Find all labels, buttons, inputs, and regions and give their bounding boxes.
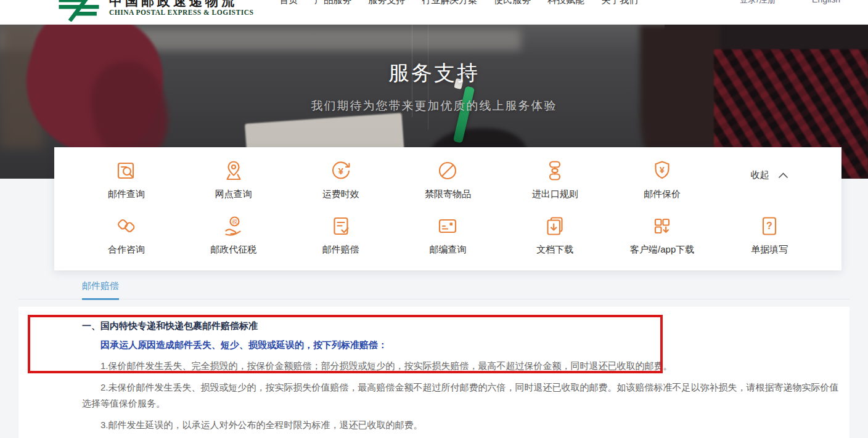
svg-text:?: ? [766, 221, 772, 231]
service-item-mail-search[interactable]: 邮件查询 [73, 158, 180, 200]
compensation-item-3: 3.邮件发生延误的，以承运人对外公布的全程时限为标准，退还已收取的邮费。 [82, 417, 840, 433]
service-item-cooperation[interactable]: 合作咨询 [73, 214, 180, 256]
service-item-label: 邮编查询 [429, 244, 466, 256]
shield-insurance-icon: ¥ [650, 158, 674, 183]
section-title: 一、国内特快专递和快递包裹邮件赔偿标准 [82, 320, 840, 331]
compensation-icon [329, 214, 353, 238]
service-item-label: 运费时效 [322, 189, 359, 200]
service-item-label: 文档下载 [536, 244, 573, 256]
service-item-label: 客户端/app下载 [630, 244, 694, 256]
nav-item-home[interactable]: 首页 [279, 0, 298, 5]
service-item-freight-time[interactable]: ¥ 运费时效 [287, 158, 395, 200]
compensation-item-2: 2.未保价邮件发生丢失、损毁或短少的，按实际损失价值赔偿，最高赔偿金额不超过所付… [82, 379, 840, 412]
tax-icon: 税 [221, 214, 246, 238]
services-panel: 收起 邮件查询 网点查询 ¥ 运费时效 禁限寄物品 [54, 147, 841, 270]
doc-download-icon [542, 214, 567, 238]
form-filling-icon: ? [757, 214, 782, 238]
service-item-form-filling[interactable]: ? 单据填写 [716, 214, 823, 256]
mail-search-icon [114, 158, 139, 183]
nav-item-products[interactable]: 产品服务 [314, 0, 351, 5]
main-nav: 首页产品服务服务支持行业解决方案便民服务科技赋能关于我们 [279, 0, 638, 5]
svg-text:税: 税 [232, 219, 237, 225]
service-item-postcode[interactable]: 邮编查询 [395, 214, 502, 256]
logo-title-cn: 中国邮政速递物流 [109, 0, 253, 8]
section-lead: 因承运人原因造成邮件丢失、短少、损毁或延误的，按下列标准赔偿： [82, 339, 840, 351]
nav-item-solutions[interactable]: 行业解决方案 [422, 0, 477, 5]
service-item-label: 单据填写 [751, 244, 788, 256]
chevron-up-icon [778, 170, 788, 181]
cooperation-icon [114, 214, 139, 238]
page-title: 服务支持 [0, 59, 868, 87]
location-pin-icon [221, 158, 246, 183]
collapse-button[interactable]: 收起 [716, 169, 823, 181]
main-area: 收起 邮件查询 网点查询 ¥ 运费时效 禁限寄物品 [0, 179, 868, 438]
service-item-label: 合作咨询 [108, 244, 145, 256]
logo-title-en: CHINA POSTAL EXPRESS & LOGISTICS [109, 8, 253, 17]
postcode-icon [435, 214, 460, 238]
service-item-tax[interactable]: 税 邮政代征税 [180, 214, 287, 256]
service-item-doc-download[interactable]: 文档下载 [501, 214, 608, 256]
service-item-label: 网点查询 [215, 189, 252, 200]
login-register-link[interactable]: 登录/注册 [739, 0, 776, 4]
nav-item-technology[interactable]: 科技赋能 [547, 0, 584, 5]
nav-item-about[interactable]: 关于我们 [601, 0, 638, 5]
services-row-2: 合作咨询 税 邮政代征税 邮件赔偿 邮编查询 文档下载 客户端/app下载 ? [73, 214, 823, 256]
prohibited-icon [435, 158, 460, 183]
app-download-icon [650, 214, 674, 238]
compensation-item-1: 1.保价邮件发生丢失、完全损毁的，按保价金额赔偿；部分损毁或短少的，按实际损失赔… [82, 358, 840, 374]
svg-text:¥: ¥ [660, 165, 665, 175]
top-header: 中国邮政速递物流 CHINA POSTAL EXPRESS & LOGISTIC… [0, 0, 868, 25]
page-subtitle: 我们期待为您带来更加优质的线上服务体验 [0, 98, 868, 114]
service-item-label: 邮政代征税 [210, 244, 256, 256]
compensation-list: 1.保价邮件发生丢失、完全损毁的，按保价金额赔偿；部分损毁或短少的，按实际损失赔… [82, 358, 840, 438]
service-item-import-export[interactable]: 进出口规则 [501, 158, 608, 200]
service-item-shield-insurance[interactable]: ¥ 邮件保价 [608, 158, 716, 200]
freight-time-icon: ¥ [329, 158, 353, 183]
service-item-app-download[interactable]: 客户端/app下载 [608, 214, 716, 256]
service-item-label: 邮件保价 [644, 189, 681, 200]
svg-text:¥: ¥ [338, 166, 343, 176]
service-item-label: 禁限寄物品 [425, 189, 471, 200]
compensation-content: 一、国内特快专递和快递包裹邮件赔偿标准 因承运人原因造成邮件丢失、短少、损毁或延… [18, 307, 850, 438]
tab-mail-compensation[interactable]: 邮件赔偿 [82, 280, 119, 300]
nav-item-convenience[interactable]: 便民服务 [494, 0, 531, 5]
service-item-label: 进出口规则 [532, 189, 578, 200]
china-post-emblem-icon [59, 0, 99, 22]
nav-item-support[interactable]: 服务支持 [368, 0, 405, 5]
service-item-label: 邮件赔偿 [322, 244, 359, 256]
import-export-icon [542, 158, 567, 183]
language-switch-link[interactable]: English [812, 0, 840, 4]
site-logo[interactable]: 中国邮政速递物流 CHINA POSTAL EXPRESS & LOGISTIC… [59, 0, 253, 22]
service-item-compensation[interactable]: 邮件赔偿 [287, 214, 395, 256]
collapse-label: 收起 [751, 169, 769, 181]
services-row-1: 收起 邮件查询 网点查询 ¥ 运费时效 禁限寄物品 [73, 158, 823, 200]
service-item-prohibited[interactable]: 禁限寄物品 [395, 158, 502, 200]
service-item-label: 邮件查询 [108, 189, 145, 200]
service-item-location-pin[interactable]: 网点查询 [180, 158, 287, 200]
